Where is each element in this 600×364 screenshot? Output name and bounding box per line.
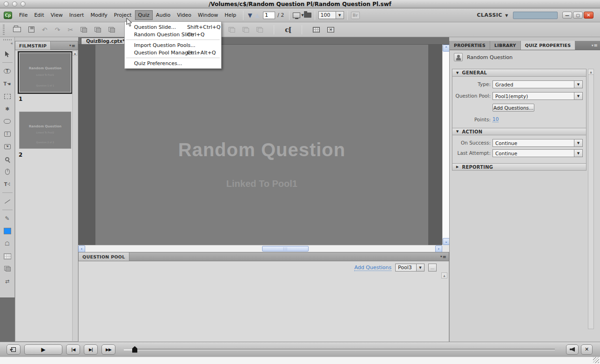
copy-button[interactable] [81, 27, 87, 33]
undo-button[interactable]: ↶ [42, 26, 47, 33]
slide-number-input[interactable] [263, 12, 275, 19]
text-animation-tool[interactable]: T⁖ [3, 180, 12, 188]
button-tool[interactable] [3, 155, 12, 163]
close-preview-button[interactable]: ✕ [581, 344, 593, 355]
reporting-section-header[interactable]: ▶ REPORTING [452, 163, 586, 171]
menu-audio[interactable]: Audio [153, 10, 174, 20]
browse-pools-button[interactable]: ... [428, 264, 437, 271]
panel-menu-icon[interactable]: ▾≡ [69, 43, 75, 48]
tab-library[interactable]: LIBRARY [490, 41, 521, 50]
fill-texture-swatch[interactable] [3, 252, 12, 260]
menu-window[interactable]: Window [195, 10, 221, 20]
save-button[interactable] [28, 26, 34, 33]
collapse-toolbar-icon[interactable]: « [10, 41, 13, 46]
show-grid-button[interactable] [313, 27, 320, 33]
scroll-left-icon[interactable]: ‹ [78, 245, 85, 252]
publish-button[interactable] [304, 13, 311, 18]
menu-file[interactable]: File [16, 10, 31, 20]
tab-properties[interactable]: PROPERTIES [450, 41, 490, 50]
minimize-button[interactable]: — [562, 12, 572, 19]
general-section-header[interactable]: ▼ GENERAL [452, 69, 586, 77]
click-box-tool[interactable]: ☚ [3, 142, 12, 151]
last-attempt-select[interactable]: Continue ▼ [492, 149, 583, 157]
mouse-tool[interactable] [3, 167, 12, 176]
preview-button[interactable]: ▼ [293, 13, 303, 18]
restore-button[interactable]: ▢ [573, 12, 583, 19]
document-tab[interactable]: QuizBlog.cptx* [81, 38, 130, 44]
rollover-caption-tool[interactable]: T☚ [3, 79, 12, 88]
stage-slide[interactable]: Random Question Linked To Pool1 [95, 45, 428, 245]
slide-thumbnail-1[interactable]: Random Question Linked To Pool1 Question… [18, 51, 73, 94]
audio-button[interactable] [566, 344, 579, 355]
add-questions-link[interactable]: Add Questions [354, 265, 391, 271]
menu-edit[interactable]: Edit [31, 10, 47, 20]
scroll-up-icon[interactable]: ▲ [588, 69, 593, 75]
canvas-vertical-scrollbar[interactable]: ⌃ ⌄ [442, 45, 449, 245]
menu-insert[interactable]: Insert [66, 10, 88, 20]
stop-preview-button[interactable] [7, 344, 20, 355]
scroll-up-icon[interactable]: ▲ [73, 51, 77, 56]
toolbar-grip[interactable] [3, 25, 5, 35]
next-slide-button[interactable]: ▶| [84, 344, 98, 355]
points-value-link[interactable]: 10 [492, 116, 499, 122]
toolbar-grip[interactable] [3, 39, 12, 40]
scroll-up-icon[interactable]: ⌃ [443, 45, 450, 52]
filmstrip-tab[interactable]: FILMSTRIP [15, 41, 51, 50]
swap-colors-tool[interactable]: ⇄ [3, 277, 12, 285]
workspace-switcher[interactable]: CLASSIC ▼ [477, 12, 508, 18]
slider-thumb[interactable] [132, 346, 137, 353]
rollover-slidelet-tool[interactable] [3, 117, 12, 126]
stage-canvas[interactable]: Random Question Linked To Pool1 [78, 45, 442, 245]
search-field[interactable] [513, 12, 558, 19]
menu-item-import-question-pools[interactable]: Import Question Pools... [125, 41, 221, 49]
stage-slide-subtitle[interactable]: Linked To Pool1 [95, 179, 428, 189]
add-questions-button[interactable]: Add Questions... [492, 104, 534, 112]
menu-modify[interactable]: Modify [87, 10, 110, 20]
filmstrip-scrollbar[interactable]: ▲ [72, 51, 77, 341]
tab-quiz-properties[interactable]: QUIZ PROPERTIES [521, 41, 576, 50]
stage-slide-title[interactable]: Random Question [95, 139, 428, 160]
fill-color-tool[interactable]: ☖ [3, 239, 12, 248]
highlight-box-tool[interactable] [3, 92, 12, 100]
zoom-area-tool[interactable]: ✱ [3, 105, 12, 113]
panel-menu-icon[interactable]: ▾≡ [592, 41, 598, 50]
pool-select[interactable]: Pool3 ▼ [395, 264, 425, 271]
default-colors-tool[interactable] [3, 265, 12, 273]
on-success-select[interactable]: Continue ▼ [492, 139, 583, 147]
line-tool[interactable] [3, 197, 12, 205]
question-pool-tab[interactable]: QUESTION POOL [79, 252, 129, 261]
timeline-slider[interactable] [124, 346, 555, 353]
menu-quiz[interactable]: Quiz [135, 10, 153, 20]
type-select[interactable]: Graded ▼ [492, 80, 583, 88]
paste-button[interactable] [94, 27, 101, 33]
text-caption-tool[interactable]: T [3, 67, 12, 75]
open-project-button[interactable] [13, 27, 21, 32]
action-section-header[interactable]: ▼ ACTION [452, 128, 586, 135]
close-button[interactable]: ✕ [584, 12, 593, 19]
previous-slide-icon[interactable]: ▼ [248, 12, 252, 19]
go-to-start-button[interactable]: |◀ [66, 344, 80, 355]
menu-item-question-slide[interactable]: Question Slide... Shift+Ctrl+Q [125, 23, 221, 31]
menu-view[interactable]: View [47, 10, 66, 20]
question-pool-select[interactable]: Pool1(empty) ▼ [492, 92, 583, 100]
duplicate-button[interactable] [108, 27, 115, 33]
panel-scrollbar[interactable]: ▲ [588, 69, 594, 329]
scroll-right-icon[interactable]: › [435, 245, 442, 252]
fast-forward-button[interactable]: ▶▶ [101, 344, 115, 355]
menu-item-random-question-slide[interactable]: Random Question Slide Ctrl+Q [125, 31, 221, 38]
menu-item-quiz-preferences[interactable]: Quiz Preferences... [125, 60, 221, 67]
menu-video[interactable]: Video [174, 10, 195, 20]
zoom-level-select[interactable]: 100 ▼ [318, 11, 344, 19]
resize-grip-icon[interactable] [593, 357, 599, 363]
drawing-polygon-tool[interactable]: ✎ [3, 214, 12, 223]
scroll-down-icon[interactable]: ⌄ [443, 238, 450, 245]
text-entry-box-tool[interactable]: I [3, 130, 12, 138]
scrollbar-thumb[interactable]: ||| [262, 246, 309, 251]
pointer-tool[interactable] [3, 50, 12, 58]
snap-to-grid-button[interactable] [327, 27, 334, 33]
canvas-horizontal-scrollbar[interactable]: ‹ ||| › [78, 245, 442, 252]
menu-item-question-pool-manager[interactable]: Question Pool Manager... Ctrl+Alt+Q [125, 49, 221, 56]
record-audio-button[interactable]: c[ [285, 26, 291, 33]
stroke-color-swatch[interactable] [3, 227, 12, 235]
menu-help[interactable]: Help [221, 10, 239, 20]
